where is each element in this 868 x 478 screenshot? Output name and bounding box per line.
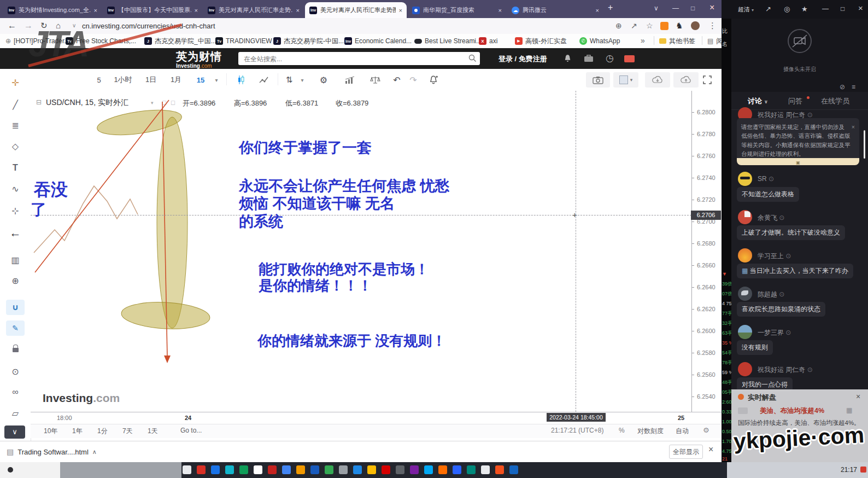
bookmark-star-icon[interactable]: ☆: [646, 21, 653, 30]
zoom-tool[interactable]: ⊕: [0, 276, 31, 286]
notice-close-icon[interactable]: ×: [852, 123, 855, 131]
bookmark-item[interactable]: ✆ WhatsApp: [579, 34, 620, 48]
download-bar-close-icon[interactable]: ×: [708, 445, 713, 454]
taskbar-app-icon[interactable]: [254, 465, 262, 474]
report-icon[interactable]: ⊙: [807, 366, 813, 374]
symbol-dropdown-icon[interactable]: ▾: [151, 100, 154, 106]
magnet-tool[interactable]: ∪: [6, 300, 25, 315]
taskbar-app-icon[interactable]: [382, 465, 390, 474]
stream-mute-icon[interactable]: ⊘: [840, 83, 845, 91]
taskbar-app-icon[interactable]: [325, 465, 333, 474]
browser-menu-icon[interactable]: ⋮: [708, 21, 717, 31]
taskbar-app-icon[interactable]: [353, 465, 362, 474]
legend-ghost-icon[interactable]: ◻: [171, 99, 175, 106]
taskbar-app-icon[interactable]: [225, 465, 234, 474]
popup-headline[interactable]: 美油、布油均涨超4%: [760, 406, 824, 416]
tab-close-icon[interactable]: ×: [296, 7, 300, 14]
stream-share-icon[interactable]: ↗: [765, 5, 771, 13]
taskbar-start-dot[interactable]: [8, 467, 13, 473]
bookmarks-overflow-icon[interactable]: »: [641, 36, 645, 45]
taskbar-app-icon[interactable]: [211, 465, 220, 474]
candlestick-style-button[interactable]: [232, 72, 250, 88]
notifications-bell-icon[interactable]: [563, 54, 572, 65]
taskbar-app-icon[interactable]: [310, 465, 319, 474]
taskbar-app-icon[interactable]: [410, 465, 419, 474]
taskbar-app-icon[interactable]: [495, 465, 504, 474]
downloaded-file-chip[interactable]: ▤ Trading Softwar....html ∧: [7, 445, 97, 458]
screenshot-camera-button[interactable]: [586, 72, 610, 88]
axis-settings-gear-icon[interactable]: ⚙: [703, 426, 709, 434]
compare-scales-button[interactable]: [365, 72, 385, 88]
range-10y-button[interactable]: 10年: [44, 427, 57, 436]
goto-date-button[interactable]: Go to...: [180, 427, 202, 434]
portfolio-briefcase-icon[interactable]: [584, 54, 594, 64]
zoom-page-icon[interactable]: ⊕: [615, 21, 622, 30]
bookmark-item[interactable]: Inv Economic Calend...: [344, 34, 412, 48]
fullscreen-button[interactable]: [703, 75, 712, 86]
report-icon[interactable]: ⊙: [779, 214, 784, 221]
other-bookmarks-button[interactable]: 其他书签: [659, 34, 695, 48]
chart-symbol-title[interactable]: USD/CNH, 15, 实时外汇: [46, 98, 128, 108]
stream-minimize-button[interactable]: —: [822, 5, 829, 13]
tab-close-icon[interactable]: ×: [596, 7, 599, 14]
timeframe-5-button[interactable]: 5: [92, 72, 106, 88]
search-icon[interactable]: [468, 54, 477, 64]
chart-settings-gear-button[interactable]: ⚙: [315, 72, 332, 88]
pattern-tool[interactable]: ∿: [0, 184, 31, 194]
taskbar-app-icon[interactable]: [239, 465, 248, 474]
window-minimize-button[interactable]: —: [672, 4, 679, 12]
load-chart-cloud-button[interactable]: [645, 72, 670, 88]
lock-drawings-tool[interactable]: [0, 345, 31, 354]
object-tree-layers-tool[interactable]: ▱: [0, 408, 31, 418]
language-flag-icon[interactable]: [624, 55, 635, 62]
tab-close-icon[interactable]: ×: [94, 7, 97, 14]
popup-grid-icon[interactable]: ▦: [846, 406, 852, 414]
range-7d-button[interactable]: 7天: [122, 427, 133, 436]
percent-scale-button[interactable]: %: [619, 427, 625, 434]
auto-scale-button[interactable]: 自动: [676, 427, 689, 436]
tab-online-students[interactable]: 在线学员: [821, 96, 849, 106]
stream-maximize-button[interactable]: □: [841, 5, 844, 13]
stay-drawing-mode-tool[interactable]: ✎: [6, 320, 25, 336]
share-page-icon[interactable]: ↗: [631, 21, 637, 30]
text-tool[interactable]: T: [0, 163, 31, 173]
layout-select-button[interactable]: ▾: [613, 72, 638, 88]
report-icon[interactable]: ⊙: [785, 252, 791, 260]
stream-quality-button[interactable]: 超清 ▾: [738, 5, 754, 14]
compare-dropdown-icon[interactable]: ▾: [297, 72, 307, 88]
bookmark-item[interactable]: J 杰克交易学院_中国...: [144, 34, 216, 48]
timeframe-active-button[interactable]: 15: [191, 72, 210, 88]
tab-close-icon[interactable]: ×: [399, 7, 402, 14]
taskbar-app-icon[interactable]: [396, 465, 404, 474]
shapes-tool[interactable]: ◇: [0, 141, 31, 151]
show-all-downloads-button[interactable]: 全部显示: [669, 445, 703, 459]
hide-drawings-eye-tool[interactable]: ⊙: [0, 366, 31, 377]
window-close-button[interactable]: ×: [709, 3, 714, 13]
bookmark-item[interactable]: ▶ 高顿-外汇实盘: [515, 34, 567, 48]
bookmark-item[interactable]: J 杰克交易学院-中国...: [273, 34, 344, 48]
bookmark-item[interactable]: Tv TRADINGVIEW: [215, 34, 272, 48]
profile-avatar[interactable]: [691, 21, 700, 30]
log-scale-button[interactable]: 对数刻度: [637, 427, 664, 436]
range-1d-button[interactable]: 1天: [148, 427, 158, 436]
site-search-input[interactable]: [243, 53, 464, 65]
report-icon[interactable]: ⊙: [807, 111, 813, 119]
trendline-tool[interactable]: ╱: [0, 100, 31, 110]
browser-tab-6[interactable]: ☁ 腾讯微云 ×: [507, 2, 603, 18]
taskbar-app-icon[interactable]: [339, 465, 348, 474]
taskbar-app-icon[interactable]: [197, 465, 206, 474]
timeframe-1mo-button[interactable]: 1月: [165, 72, 187, 88]
line-chart-button[interactable]: [255, 72, 273, 88]
timeframe-1d-button[interactable]: 1日: [140, 72, 162, 88]
legend-ghost-icon[interactable]: ◻: [162, 99, 167, 106]
tab-close-icon[interactable]: ×: [498, 7, 502, 14]
bookmark-item[interactable]: X axi: [479, 34, 497, 48]
fib-retracement-tool[interactable]: ≣: [0, 120, 31, 131]
report-icon[interactable]: ⊙: [785, 329, 791, 336]
taskbar-app-icon[interactable]: [183, 465, 191, 474]
timeframe-1h-button[interactable]: 1小时: [110, 72, 136, 88]
browser-tab-active[interactable]: Inv 美元对离岸人民币汇率走势图 ×: [305, 2, 407, 18]
bookmark-item[interactable]: Best Live Streami...: [414, 34, 482, 48]
range-1min-button[interactable]: 1分: [97, 427, 108, 436]
stream-pin-icon[interactable]: ★: [801, 5, 808, 13]
